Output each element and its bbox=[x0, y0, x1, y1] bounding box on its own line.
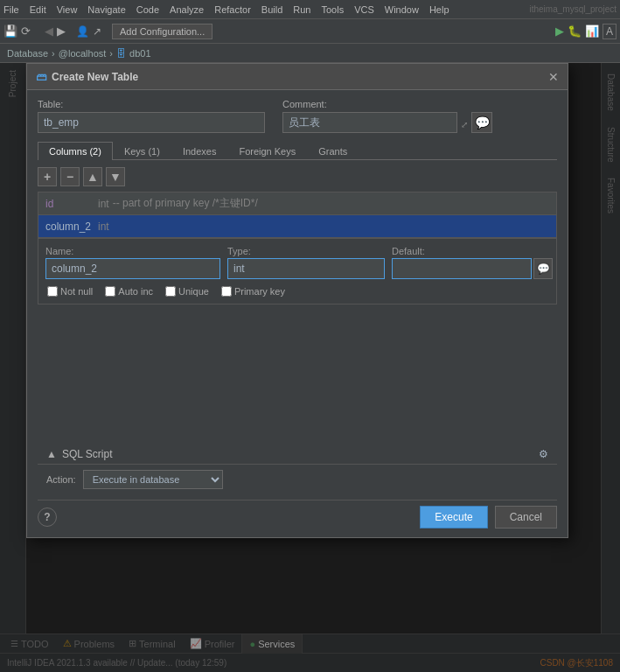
primary-key-label: Primary key bbox=[234, 286, 285, 297]
menu-help[interactable]: Help bbox=[429, 4, 449, 15]
tab-foreign-keys[interactable]: Foreign Keys bbox=[227, 142, 307, 160]
column-list: id int -- part of primary key /*主键ID*/ c… bbox=[38, 192, 557, 238]
menu-view[interactable]: View bbox=[57, 4, 78, 15]
table-name-group: Table: bbox=[38, 99, 265, 133]
menu-file[interactable]: File bbox=[3, 4, 19, 15]
footer-buttons: Execute Cancel bbox=[420, 506, 557, 528]
col-id-type: int bbox=[98, 198, 109, 210]
primary-key-checkbox[interactable] bbox=[221, 286, 232, 297]
table-form-row: Table: Comment: ⤢ 💬 bbox=[38, 99, 557, 133]
menu-code[interactable]: Code bbox=[136, 4, 159, 15]
menu-edit[interactable]: Edit bbox=[30, 4, 46, 15]
column-tabs: Columns (2) Keys (1) Indexes Foreign Key… bbox=[38, 142, 557, 160]
breadcrumb-host[interactable]: @localhost bbox=[59, 48, 107, 59]
breadcrumb-sep2: › bbox=[109, 48, 113, 59]
default-field-label: Default: bbox=[392, 246, 553, 256]
sql-script-title: SQL Script bbox=[62, 448, 113, 460]
unique-option[interactable]: Unique bbox=[165, 286, 209, 297]
comment-group: Comment: ⤢ 💬 bbox=[282, 99, 492, 133]
close-button[interactable]: ✕ bbox=[548, 71, 559, 83]
sync-icon[interactable]: ⟳ bbox=[21, 24, 31, 38]
unique-label: Unique bbox=[178, 286, 209, 297]
column-row-column2[interactable]: column_2 int bbox=[38, 215, 556, 238]
tab-keys[interactable]: Keys (1) bbox=[113, 142, 171, 160]
comment-input[interactable] bbox=[282, 112, 457, 133]
name-field-group: Name: bbox=[45, 246, 220, 279]
menu-run[interactable]: Run bbox=[293, 4, 310, 15]
menu-navigate[interactable]: Navigate bbox=[87, 4, 125, 15]
default-expand-button[interactable]: 💬 bbox=[533, 258, 553, 279]
menu-build[interactable]: Build bbox=[261, 4, 282, 15]
comment-label: Comment: bbox=[282, 99, 492, 109]
debug-icon[interactable]: 🐛 bbox=[568, 24, 582, 38]
add-config-button[interactable]: Add Configuration... bbox=[112, 24, 212, 39]
create-table-dialog: 🗃 Create New Table ✕ Table: Comment: bbox=[26, 63, 568, 538]
dialog-body: Table: Comment: ⤢ 💬 Columns (2) bbox=[27, 90, 568, 537]
tab-columns[interactable]: Columns (2) bbox=[38, 142, 113, 160]
translate-icon[interactable]: A bbox=[603, 24, 617, 39]
table-name-input[interactable] bbox=[38, 112, 265, 133]
sql-header-left: ▲ SQL Script bbox=[46, 448, 112, 460]
auto-inc-label: Auto inc bbox=[118, 286, 153, 297]
edit-fields-row: Name: Type: Default: 💬 bbox=[45, 246, 549, 279]
save-icon[interactable]: 💾 bbox=[3, 24, 17, 38]
forward-icon[interactable]: ▶ bbox=[57, 24, 66, 38]
breadcrumb-db[interactable]: db01 bbox=[129, 48, 150, 59]
add-column-button[interactable]: + bbox=[38, 167, 57, 186]
dialog-title-text: 🗃 Create New Table bbox=[36, 71, 138, 83]
column-row-id[interactable]: id int -- part of primary key /*主键ID*/ bbox=[38, 192, 556, 215]
project-name: itheima_mysql_project bbox=[530, 4, 617, 14]
name-field-label: Name: bbox=[45, 246, 220, 256]
menu-tools[interactable]: Tools bbox=[321, 4, 344, 15]
move-down-button[interactable]: ▼ bbox=[106, 167, 125, 186]
menu-analyze[interactable]: Analyze bbox=[170, 4, 204, 15]
column-default-input[interactable] bbox=[392, 258, 532, 279]
dialog-footer: ? Execute Cancel bbox=[38, 500, 557, 528]
auto-inc-checkbox[interactable] bbox=[105, 286, 115, 297]
move-up-button[interactable]: ▲ bbox=[83, 167, 102, 186]
back-icon[interactable]: ◀ bbox=[45, 24, 53, 38]
auto-inc-option[interactable]: Auto inc bbox=[105, 286, 153, 297]
column-type-input[interactable] bbox=[227, 258, 385, 279]
coverage-icon[interactable]: 📊 bbox=[585, 24, 599, 38]
ide-toolbar: 💾 ⟳ ◀ ▶ 👤 ↗ Add Configuration... ▶ 🐛 📊 A bbox=[0, 19, 620, 44]
col2-type: int bbox=[98, 220, 109, 233]
col-id-name: id bbox=[45, 198, 98, 210]
not-null-option[interactable]: Not null bbox=[47, 286, 93, 297]
sql-script-body: Action: Execute in database Preview chan… bbox=[38, 465, 557, 494]
comment-attach-button[interactable]: 💬 bbox=[471, 112, 492, 133]
table-icon: 🗃 bbox=[36, 71, 46, 83]
remove-column-button[interactable]: − bbox=[60, 167, 80, 186]
not-null-checkbox[interactable] bbox=[47, 286, 58, 297]
column-toolbar: + − ▲ ▼ bbox=[38, 167, 557, 186]
unique-checkbox[interactable] bbox=[165, 286, 176, 297]
breadcrumb-sep1: › bbox=[52, 48, 55, 59]
action-select[interactable]: Execute in database Preview changes bbox=[83, 470, 223, 489]
default-field-group: Default: 💬 bbox=[392, 246, 553, 279]
tab-indexes[interactable]: Indexes bbox=[171, 142, 228, 160]
edit-section: Name: Type: Default: 💬 bbox=[38, 238, 557, 304]
user-icon[interactable]: 👤 bbox=[76, 25, 89, 38]
breadcrumb-database[interactable]: Database bbox=[7, 48, 48, 59]
execute-button[interactable]: Execute bbox=[420, 506, 487, 528]
breadcrumb-db-icon: 🗄 bbox=[116, 48, 126, 59]
column-name-input[interactable] bbox=[45, 258, 220, 279]
menu-window[interactable]: Window bbox=[385, 4, 419, 15]
cancel-button[interactable]: Cancel bbox=[495, 506, 557, 528]
main-area: Project -- ment co -- unique -- ment '员 … bbox=[0, 63, 620, 672]
menu-refactor[interactable]: Refactor bbox=[214, 4, 251, 15]
comment-input-row: ⤢ 💬 bbox=[282, 112, 492, 133]
not-null-label: Not null bbox=[60, 286, 93, 297]
column-options-row: Not null Auto inc Unique Primary ke bbox=[45, 286, 549, 297]
gear-icon[interactable]: ⚙ bbox=[539, 448, 548, 460]
run-icon[interactable]: ▶ bbox=[555, 24, 564, 38]
type-field-label: Type: bbox=[227, 246, 385, 256]
menu-vcs[interactable]: VCS bbox=[354, 4, 374, 15]
table-name-label: Table: bbox=[38, 99, 265, 109]
primary-key-option[interactable]: Primary key bbox=[221, 286, 285, 297]
cursor-icon[interactable]: ↗ bbox=[93, 25, 101, 38]
sql-script-header[interactable]: ▲ SQL Script ⚙ bbox=[38, 444, 557, 465]
type-field-group: Type: bbox=[227, 246, 385, 279]
tab-grants[interactable]: Grants bbox=[307, 142, 359, 160]
help-button[interactable]: ? bbox=[38, 508, 57, 527]
